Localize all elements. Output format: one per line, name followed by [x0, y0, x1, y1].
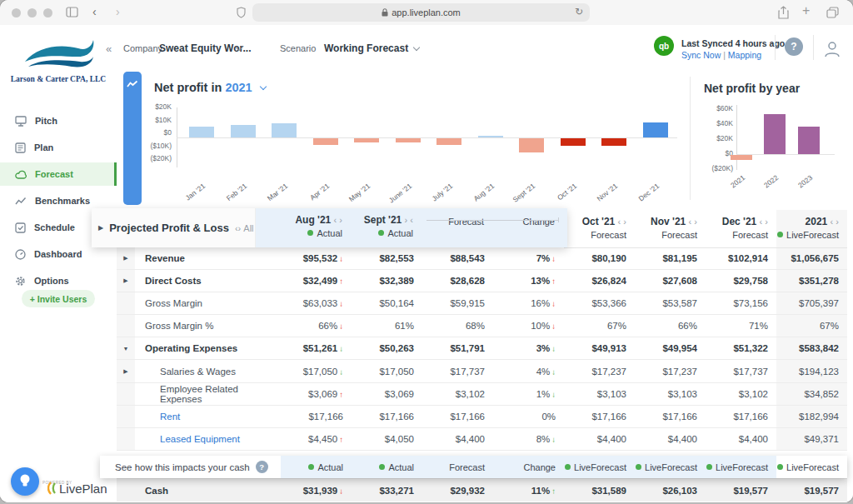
static-header-column[interactable]: Oct '21 ‹ ›Forecast: [564, 210, 635, 247]
table-cell[interactable]: $102,914: [706, 253, 776, 263]
table-cell[interactable]: $19,577: [706, 486, 776, 496]
table-cell[interactable]: 10%↓: [493, 321, 564, 331]
float-header-column[interactable]: Change: [492, 208, 563, 247]
table-cell[interactable]: $1,056,675: [776, 247, 847, 269]
table-cell[interactable]: $17,237: [635, 367, 706, 377]
table-cell[interactable]: $26,103: [635, 486, 706, 496]
table-cell[interactable]: $49,371: [776, 428, 847, 450]
table-cell[interactable]: $17,237: [564, 367, 635, 377]
forward-button[interactable]: ›: [116, 5, 120, 18]
column-nav-chevrons[interactable]: ‹ ›: [831, 217, 839, 227]
table-cell[interactable]: $17,166: [281, 412, 352, 422]
row-expander[interactable]: ▶: [117, 360, 135, 382]
column-nav-chevrons[interactable]: › ‹: [405, 215, 413, 225]
cash-help-icon[interactable]: ?: [256, 461, 268, 473]
column-nav-chevrons[interactable]: ‹ ›: [760, 217, 768, 227]
net-profit-bar[interactable]: [231, 125, 256, 137]
static-header-column[interactable]: 2021 ‹ ›LiveForecast: [776, 210, 847, 247]
sidebar-item-pitch[interactable]: Pitch: [0, 109, 117, 132]
table-cell[interactable]: $28,628: [422, 276, 493, 286]
table-cell[interactable]: $3,102: [706, 389, 776, 399]
net-profit-year-bar[interactable]: [731, 155, 752, 160]
invite-users-button[interactable]: + Invite Users: [22, 290, 95, 307]
table-cell[interactable]: $4,450↑: [281, 434, 352, 444]
net-profit-bar[interactable]: [601, 138, 626, 146]
table-cell[interactable]: $19,577: [776, 486, 847, 496]
table-cell[interactable]: $17,737: [706, 367, 776, 377]
row-expander[interactable]: ▶: [117, 247, 135, 269]
table-cell[interactable]: $32,499↑: [281, 276, 352, 286]
table-cell[interactable]: $88,543: [422, 253, 493, 263]
traffic-light-minimize[interactable]: [27, 8, 37, 17]
table-cell[interactable]: $583,842: [776, 337, 847, 359]
table-cell[interactable]: $3,103: [564, 389, 635, 399]
table-cell[interactable]: $73,156: [706, 298, 776, 308]
row-label[interactable]: Salaries & Wages: [135, 367, 281, 377]
table-cell[interactable]: $705,397: [776, 292, 847, 314]
table-cell[interactable]: $53,366: [564, 298, 635, 308]
scenario-selector[interactable]: Working Forecast: [324, 42, 408, 54]
table-cell[interactable]: $81,195: [635, 253, 706, 263]
sidebar-toggle-icon[interactable]: [66, 7, 78, 17]
table-cell[interactable]: $351,278: [776, 270, 847, 292]
table-cell[interactable]: $63,033↓: [281, 298, 352, 308]
quickbooks-icon[interactable]: qb: [654, 36, 674, 56]
mapping-link[interactable]: Mapping: [728, 50, 761, 60]
column-nav-chevrons[interactable]: ‹ ›: [334, 215, 342, 225]
table-cell[interactable]: $4,400: [564, 434, 635, 444]
reload-icon[interactable]: ↻: [575, 6, 583, 17]
table-cell[interactable]: 3%↓: [493, 343, 564, 353]
back-button[interactable]: ‹: [92, 5, 97, 18]
chart-year-selector[interactable]: 2021: [225, 81, 252, 94]
net-profit-bar[interactable]: [519, 138, 544, 152]
url-bar[interactable]: app.liveplan.com ↻: [252, 3, 590, 22]
row-label[interactable]: Operating Expenses: [135, 343, 281, 353]
table-cell[interactable]: $95,532↓: [281, 253, 352, 263]
traffic-light-zoom[interactable]: [43, 8, 52, 17]
new-tab-icon[interactable]: +: [802, 3, 810, 18]
row-label[interactable]: Leased Equipment: [135, 434, 281, 444]
privacy-shield-icon[interactable]: [237, 7, 246, 18]
table-cell[interactable]: $17,166: [564, 412, 635, 422]
table-cell[interactable]: $31,939↓: [281, 486, 352, 496]
table-cell[interactable]: $49,913: [564, 343, 635, 353]
row-label[interactable]: Direct Costs: [135, 276, 281, 286]
float-header-column[interactable]: Aug '21 ‹ ›Actual: [280, 208, 351, 247]
table-cell[interactable]: $17,050↓: [281, 367, 352, 377]
table-cell[interactable]: $3,069: [352, 389, 422, 399]
table-cell[interactable]: $17,050: [352, 367, 422, 377]
table-cell[interactable]: $3,103: [635, 389, 706, 399]
table-cell[interactable]: 66%↓: [281, 321, 352, 331]
static-header-column[interactable]: Dec '21 ‹ ›Forecast: [706, 210, 776, 247]
table-cell[interactable]: 8%↓: [493, 434, 564, 444]
table-cell[interactable]: $49,954: [635, 343, 706, 353]
net-profit-bar[interactable]: [189, 127, 214, 137]
table-cell[interactable]: $4,400: [706, 434, 776, 444]
table-cell[interactable]: $4,050: [352, 434, 422, 444]
table-cell[interactable]: 13%↑: [493, 276, 564, 286]
table-cell[interactable]: 16%↓: [493, 298, 564, 308]
row-label[interactable]: Employee Related Expenses: [135, 384, 281, 404]
table-cell[interactable]: 67%: [776, 315, 847, 337]
chart-selector-tab[interactable]: [123, 72, 142, 205]
table-cell[interactable]: 66%: [635, 321, 706, 331]
table-cell[interactable]: $53,587: [635, 298, 706, 308]
sidebar-item-forecast[interactable]: Forecast: [0, 162, 117, 186]
float-header-column[interactable]: Forecast: [422, 208, 492, 247]
table-cell[interactable]: $4,400: [635, 434, 706, 444]
table-cell[interactable]: $82,553: [352, 253, 422, 263]
table-cell[interactable]: $51,791: [422, 343, 493, 353]
tab-overview-icon[interactable]: [826, 7, 839, 18]
net-profit-bar[interactable]: [313, 138, 338, 145]
column-range-slider[interactable]: [426, 220, 559, 221]
table-cell[interactable]: $59,915: [422, 298, 493, 308]
row-label[interactable]: Rent: [135, 412, 281, 422]
table-cell[interactable]: 1%↓: [493, 389, 564, 399]
table-cell[interactable]: $17,166: [422, 412, 493, 422]
table-cell[interactable]: $31,589: [564, 486, 635, 496]
net-profit-bar[interactable]: [396, 138, 421, 142]
row-expander[interactable]: ▶: [117, 270, 135, 292]
table-cell[interactable]: 61%: [352, 321, 422, 331]
sidebar-item-plan[interactable]: Plan: [0, 136, 117, 159]
table-cell[interactable]: $17,166: [635, 412, 706, 422]
